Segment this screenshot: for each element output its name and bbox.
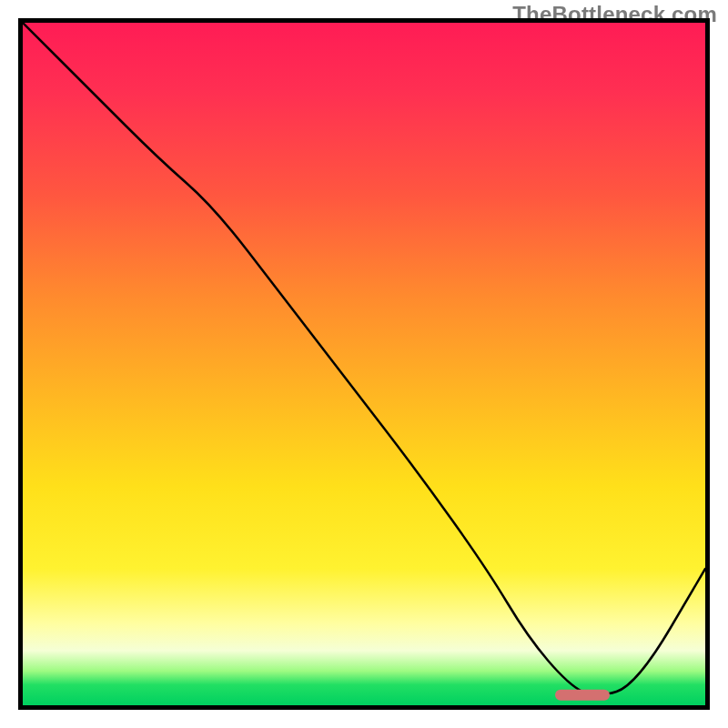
plot-svg: [23, 23, 705, 705]
optimal-range-marker: [555, 690, 610, 701]
plot-frame: [18, 18, 710, 710]
bottleneck-curve: [23, 23, 705, 695]
chart-canvas: TheBottleneck.com: [0, 0, 728, 728]
